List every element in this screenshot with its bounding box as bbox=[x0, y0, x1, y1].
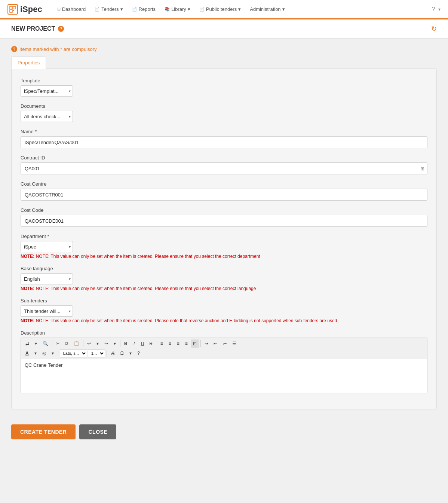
tb-font-color-more[interactable]: ▾ bbox=[32, 349, 39, 357]
form-panel: Template iSpec/Templat... ▾ Documents Al… bbox=[11, 68, 437, 409]
page-header: NEW PROJECT ? ↻ bbox=[0, 19, 448, 39]
tb-source-more[interactable]: ▾ bbox=[32, 339, 40, 348]
cost-code-label: Cost Code bbox=[21, 207, 427, 213]
contract-id-wrap: ⊞ bbox=[21, 162, 427, 174]
tb-bold[interactable]: B bbox=[122, 339, 130, 348]
nav-library[interactable]: 📚 Library ▾ bbox=[161, 4, 194, 14]
public-tenders-dropdown-icon: ▾ bbox=[238, 6, 241, 12]
contract-id-group: Contract ID ⊞ bbox=[21, 155, 427, 174]
tb-align-right[interactable]: ≡ bbox=[174, 339, 182, 348]
sub-tenders-select[interactable]: This tender will... bbox=[21, 305, 73, 317]
tb-highlight[interactable]: ⊡ bbox=[191, 339, 199, 348]
nav-dashboard[interactable]: ⊞ Dashboard bbox=[53, 4, 90, 14]
tb-numbered-list[interactable]: ≔ bbox=[220, 339, 229, 348]
department-note: NOTE: NOTE: This value can only be set w… bbox=[21, 254, 427, 259]
name-input[interactable] bbox=[21, 136, 427, 148]
tb-redo-more[interactable]: ▾ bbox=[111, 339, 119, 348]
nav-tenders[interactable]: 📄 Tenders ▾ bbox=[91, 4, 126, 14]
close-button[interactable]: CLOSE bbox=[79, 424, 116, 439]
app-logo[interactable]: iSpec bbox=[7, 4, 42, 15]
documents-select[interactable]: All items check... bbox=[21, 111, 73, 122]
tb-indent[interactable]: ⇥ bbox=[202, 339, 211, 348]
tb-outdent[interactable]: ⇤ bbox=[211, 339, 220, 348]
compulsory-notice: ? Items marked with * are compulsory bbox=[11, 46, 437, 52]
documents-select-wrap: All items check... ▾ bbox=[21, 111, 73, 122]
tb-special-char[interactable]: Ω bbox=[118, 349, 126, 357]
svg-rect-3 bbox=[13, 10, 14, 11]
description-editor-body[interactable]: QC Crane Tender bbox=[21, 359, 427, 393]
tenders-icon: 📄 bbox=[95, 7, 100, 12]
tb-font-color[interactable]: A bbox=[23, 349, 31, 357]
tb-justify[interactable]: ≡ bbox=[182, 339, 190, 348]
tabs: Properties bbox=[11, 57, 437, 68]
cost-code-input[interactable] bbox=[21, 215, 427, 227]
tb-underline[interactable]: U bbox=[139, 339, 147, 348]
name-group: Name * bbox=[21, 129, 427, 148]
cost-centre-input[interactable] bbox=[21, 189, 427, 201]
tb-help[interactable]: ? bbox=[135, 349, 142, 357]
svg-rect-0 bbox=[10, 6, 12, 9]
footer-buttons: CrEATE TENDER CLOSE bbox=[0, 417, 448, 447]
tb-find[interactable]: 🔍 bbox=[40, 339, 50, 348]
tb-sep-4 bbox=[156, 340, 156, 347]
documents-group: Documents All items check... ▾ bbox=[21, 103, 427, 122]
tb-align-center[interactable]: ≡ bbox=[166, 339, 174, 348]
tb-sep-6 bbox=[58, 350, 58, 357]
documents-label: Documents bbox=[21, 103, 427, 109]
nav-public-tenders[interactable]: 📄 Public tenders ▾ bbox=[196, 4, 245, 14]
tb-align-left[interactable]: ≡ bbox=[158, 339, 165, 348]
page-help-icon[interactable]: ? bbox=[58, 26, 64, 32]
tb-special-char-more[interactable]: ▾ bbox=[127, 349, 134, 357]
tb-strikethrough[interactable]: S bbox=[147, 339, 154, 348]
reports-icon: 📄 bbox=[132, 7, 137, 12]
navbar-right: ? ▾ bbox=[432, 6, 441, 13]
tb-copy[interactable]: ⧉ bbox=[63, 339, 71, 348]
nav-reports[interactable]: 📄 Reports bbox=[128, 4, 160, 14]
toolbar-row-1: ⇄ ▾ 🔍 ✂ ⧉ 📋 ↩ ▾ ↪ ▾ B I bbox=[23, 339, 425, 348]
tb-print[interactable]: 🖨 bbox=[108, 349, 117, 357]
tb-bg-color[interactable]: ◎ bbox=[40, 349, 48, 357]
tenders-dropdown-icon: ▾ bbox=[120, 6, 123, 12]
toolbar-row-2: A ▾ ◎ ▾ Lato, s... 1... 🖨 Ω bbox=[23, 349, 425, 357]
base-language-select-wrap: English ▾ bbox=[21, 273, 73, 284]
page-title: NEW PROJECT ? bbox=[11, 25, 64, 32]
tab-properties[interactable]: Properties bbox=[11, 57, 46, 69]
department-group: Department * iSpec ▾ NOTE: NOTE: This va… bbox=[21, 234, 427, 259]
sub-tenders-select-wrap: This tender will... ▾ bbox=[21, 305, 73, 317]
help-button[interactable]: ? bbox=[432, 6, 435, 13]
tb-redo[interactable]: ↪ bbox=[102, 339, 110, 348]
tb-source[interactable]: ⇄ bbox=[23, 339, 31, 348]
tb-sep-3 bbox=[120, 340, 120, 347]
template-select[interactable]: iSpec/Templat... bbox=[21, 85, 73, 97]
refresh-icon[interactable]: ↻ bbox=[431, 25, 437, 33]
tb-sep-2 bbox=[83, 340, 83, 347]
tb-paste[interactable]: 📋 bbox=[71, 339, 82, 348]
base-language-note: NOTE: NOTE: This value can only be set w… bbox=[21, 286, 427, 291]
contract-id-input[interactable] bbox=[21, 162, 427, 174]
department-select[interactable]: iSpec bbox=[21, 241, 73, 252]
tb-undo-more[interactable]: ▾ bbox=[94, 339, 101, 348]
library-dropdown-icon: ▾ bbox=[188, 6, 190, 12]
tb-undo[interactable]: ↩ bbox=[85, 339, 93, 348]
create-tender-button[interactable]: CrEATE TENDER bbox=[11, 424, 76, 439]
tb-font-size[interactable]: 1... bbox=[88, 349, 105, 357]
base-language-group: Base language English ▾ NOTE: NOTE: This… bbox=[21, 266, 427, 291]
tb-cut[interactable]: ✂ bbox=[54, 339, 62, 348]
tb-sep-7 bbox=[107, 350, 107, 357]
compulsory-icon: ? bbox=[11, 46, 17, 52]
base-language-select[interactable]: English bbox=[21, 273, 73, 284]
dashboard-icon: ⊞ bbox=[57, 7, 61, 12]
contract-id-picker-icon[interactable]: ⊞ bbox=[420, 166, 424, 171]
navbar: iSpec ⊞ Dashboard 📄 Tenders ▾ 📄 Reports … bbox=[0, 0, 448, 19]
library-icon: 📚 bbox=[165, 7, 170, 12]
main-content: ? Items marked with * are compulsory Pro… bbox=[0, 39, 448, 417]
tb-sep-1 bbox=[52, 340, 52, 347]
tb-bullet-list[interactable]: ☰ bbox=[230, 339, 239, 348]
tb-font-family[interactable]: Lato, s... bbox=[60, 349, 87, 357]
template-group: Template iSpec/Templat... ▾ bbox=[21, 78, 427, 97]
administration-dropdown-icon: ▾ bbox=[282, 6, 285, 12]
nav-administration[interactable]: Administration ▾ bbox=[246, 4, 288, 14]
logo-icon bbox=[7, 4, 18, 15]
tb-italic[interactable]: I bbox=[131, 339, 138, 348]
tb-bg-color-more[interactable]: ▾ bbox=[49, 349, 56, 357]
